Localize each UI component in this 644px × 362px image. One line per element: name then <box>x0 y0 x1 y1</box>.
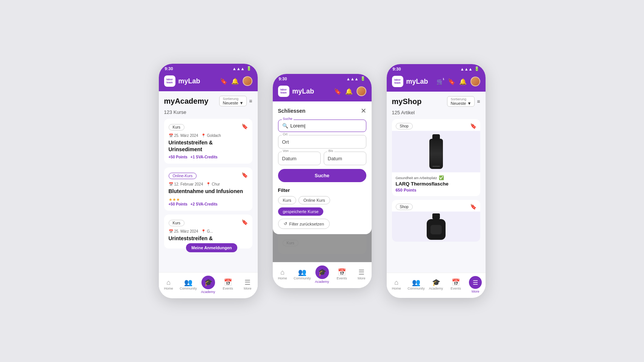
product-card-1: Shop 🔖 Gesundheit am Arbeitsplatz ✅ <box>392 119 480 196</box>
sort-select-3[interactable]: Sortierung Neueste ▼ <box>447 96 475 107</box>
nav-events-2[interactable]: 📅 Events <box>332 269 352 280</box>
from-date-value: Datum <box>282 156 297 161</box>
page-header-row-1: myAcademy Sortierung Neueste ▼ ≡ <box>164 96 252 106</box>
card-meta-3: 📅 25. März 2024 📍 G... <box>169 229 248 233</box>
search-field-container: Suche 🔍 Lorem| <box>278 120 366 132</box>
logo-badge-1: labor team <box>164 75 175 87</box>
close-button[interactable]: ✕ <box>361 107 366 115</box>
course-card-2: Online-Kurs 🔖 📅 12. Februar 2024 📍 Chur … <box>164 167 252 210</box>
nav-academy-label-3: Academy <box>429 287 443 290</box>
product-image-2 <box>392 212 480 242</box>
nav-events-1[interactable]: 📅 Events <box>218 279 238 290</box>
bookmark-card-1[interactable]: 🔖 <box>241 123 248 129</box>
nav-events-3[interactable]: 📅 Events <box>446 279 466 290</box>
search-field-wrap[interactable]: 🔍 Lorem| <box>278 120 366 132</box>
content-3: myShop Sortierung Neueste ▼ ≡ 125 Artike… <box>387 92 486 273</box>
cart-wrap[interactable]: 🛒 1 <box>437 78 444 85</box>
bell-icon-2[interactable]: 🔔 <box>345 88 353 95</box>
nav-community-2[interactable]: 👥 Community <box>292 269 312 280</box>
avatar-3[interactable] <box>470 77 480 86</box>
page-title-3: myShop <box>392 97 422 106</box>
nav-academy-1[interactable]: 🎓 Academy <box>198 276 218 294</box>
header-icons-1: 🔖 🔔 <box>220 76 252 86</box>
sort-group-1: Sortierung Neueste ▼ ≡ <box>219 96 252 106</box>
content-1: myAcademy Sortierung Neueste ▼ ≡ 123 Kur… <box>159 91 258 272</box>
logo-text-3: labor team <box>394 78 401 84</box>
status-time-2: 9:30 <box>279 77 287 81</box>
date-meta-3: 📅 25. März 2024 <box>169 229 198 233</box>
nav-community-label-2: Community <box>294 276 311 280</box>
from-date-field[interactable]: Datum <box>278 152 321 165</box>
battery-icon-1: 🔋 <box>246 66 252 71</box>
sort-value-3: Neueste ▼ <box>450 101 471 106</box>
calendar-icon-3: 📅 <box>169 229 173 233</box>
to-date-value: Datum <box>328 156 342 161</box>
nav-academy-3[interactable]: 🎓 Academy <box>426 279 446 290</box>
bookmark-card-2[interactable]: 🔖 <box>241 172 248 178</box>
filter-icon-3[interactable]: ≡ <box>477 98 480 104</box>
filter-tag-online[interactable]: Online Kurs <box>298 196 330 204</box>
watch-screen <box>430 225 442 234</box>
phone2-content: myAcademy 12 Kurse Kurs 📅 25. März Urint… <box>273 101 372 262</box>
to-date-field[interactable]: Datum <box>324 152 366 165</box>
bottom-nav-1: ⌂ Home 👥 Community 🎓 Academy 📅 Events ☰ … <box>159 272 258 298</box>
loc-meta-1: 📍 Goldach <box>201 133 221 138</box>
academy-circle-1: 🎓 <box>201 276 215 289</box>
shop-bookmark-2[interactable]: 🔖 <box>470 204 476 210</box>
bookmark-icon-2[interactable]: 🔖 <box>334 88 341 95</box>
bookmark-card-3[interactable]: 🔖 <box>241 219 248 225</box>
search-input-text[interactable]: Lorem| <box>290 123 306 129</box>
nav-academy-2[interactable]: 🎓 Academy <box>312 265 332 284</box>
search-icon-modal: 🔍 <box>282 123 288 129</box>
search-float-label: Suche <box>282 117 294 121</box>
bookmark-icon-1[interactable]: 🔖 <box>220 78 227 85</box>
nav-more-3[interactable]: ☰ More <box>466 276 485 293</box>
academy-icon-2: 🎓 <box>318 268 326 276</box>
shop-card-info-1: Gesundheit am Arbeitsplatz ✅ LARQ Thermo… <box>392 172 480 196</box>
product-image-1 <box>392 131 480 172</box>
meine-anmeldungen-btn[interactable]: Meine Anmeldungen <box>186 243 237 252</box>
home-icon-2: ⌂ <box>280 269 284 276</box>
app-header-2: labor team myLab 🔖 🔔 <box>273 83 372 101</box>
modal-close-label: Schliessen <box>278 108 306 114</box>
bottle-body <box>429 139 443 169</box>
bell-icon-1[interactable]: 🔔 <box>231 78 239 85</box>
sort-select-1[interactable]: Sortierung Neueste ▼ <box>219 96 247 106</box>
bell-icon-3[interactable]: 🔔 <box>459 78 467 85</box>
app-header-3: labor team myLab 🛒 1 🔖 🔔 <box>387 73 486 92</box>
avatar-2[interactable] <box>357 86 366 96</box>
card-credits-1: +50 Points +1 SVA-Credits <box>169 155 248 159</box>
nav-home-2[interactable]: ⌂ Home <box>273 269 292 280</box>
shop-bookmark-1[interactable]: 🔖 <box>470 123 476 129</box>
bookmark-icon-3[interactable]: 🔖 <box>448 78 455 85</box>
reset-filter-btn[interactable]: ↺ Filter zurücksetzen <box>278 219 330 229</box>
sort-label-1: Sortierung <box>223 97 243 101</box>
header-icons-3: 🛒 1 🔖 🔔 <box>437 77 480 86</box>
nav-community-3[interactable]: 👥 Community <box>406 279 426 290</box>
filter-tag-kurs[interactable]: Kurs <box>278 196 297 204</box>
nav-community-label-3: Community <box>407 287 425 290</box>
location-field[interactable]: Ort <box>278 135 366 149</box>
logo-badge-2: labor team <box>278 86 289 97</box>
filter-icon-1[interactable]: ≡ <box>249 98 252 104</box>
nav-home-3[interactable]: ⌂ Home <box>387 279 406 290</box>
avatar-1[interactable] <box>243 76 252 86</box>
nav-more-2[interactable]: ☰ More <box>352 269 371 280</box>
filter-tag-saved[interactable]: gespeicherte Kurse <box>278 207 324 216</box>
nav-home-1[interactable]: ⌂ Home <box>159 279 178 290</box>
academy-circle-2: 🎓 <box>315 265 329 279</box>
nav-events-label-3: Events <box>450 287 461 290</box>
nav-more-1[interactable]: ☰ More <box>238 279 257 290</box>
watch-body <box>427 219 446 240</box>
status-bar-2: 9:30 ▲▲▲ 🔋 <box>273 74 372 83</box>
card-credits-2: +50 Points +2 SVA-Credits <box>169 202 248 206</box>
nav-community-1[interactable]: 👥 Community <box>178 279 198 290</box>
location-icon-2: 📍 <box>206 182 211 186</box>
filter-section-title: Filter <box>278 187 366 193</box>
status-bar-3: 9:30 ▲▲▲ 🔋 <box>387 64 486 73</box>
bottle-cap <box>432 134 440 139</box>
search-submit-btn[interactable]: Suche <box>278 169 366 182</box>
card-title-1: Urinteststreifen & Urinsediment <box>169 139 248 153</box>
items-count-1: 123 Kurse <box>164 109 252 115</box>
search-modal: Schliessen ✕ Suche 🔍 Lorem| Ort Ort <box>273 101 372 234</box>
